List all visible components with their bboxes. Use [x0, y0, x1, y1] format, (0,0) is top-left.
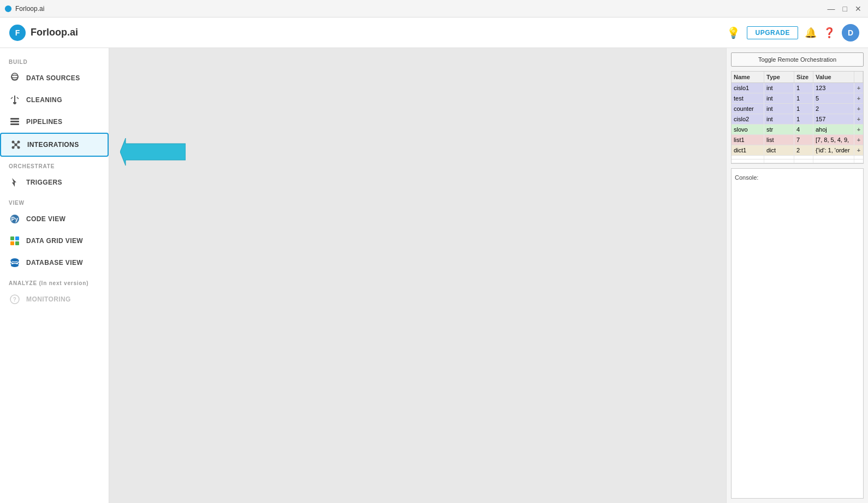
- sidebar-item-integrations[interactable]: INTEGRATIONS: [0, 133, 109, 157]
- cleaning-icon: [9, 94, 21, 106]
- cell-type: int: [764, 104, 794, 114]
- window-controls: — □ ✕: [825, 4, 864, 13]
- svg-line-16: [13, 142, 16, 145]
- table-row: counter int 1 2 +: [732, 104, 863, 114]
- add-row-button[interactable]: +: [854, 114, 863, 124]
- cell-name: counter: [732, 104, 764, 114]
- arrow-svg: [120, 135, 186, 168]
- code-view-label: CODE VIEW: [26, 215, 66, 223]
- cell-name: list1: [732, 135, 764, 145]
- console-content: [735, 184, 860, 228]
- analyze-section-label: ANALYZE (In next version): [0, 274, 109, 288]
- add-row-button[interactable]: +: [854, 104, 863, 114]
- app-icon-small: [4, 5, 12, 13]
- upgrade-button[interactable]: UPGRADE: [747, 26, 798, 39]
- integrations-label: INTEGRATIONS: [27, 141, 79, 149]
- sidebar-item-data-grid-view[interactable]: DATA GRID VIEW: [0, 230, 109, 252]
- sidebar-item-pipelines[interactable]: PIPELINES: [0, 111, 109, 133]
- svg-rect-25: [15, 241, 19, 245]
- toggle-remote-button[interactable]: Toggle Remote Orchestration: [731, 52, 864, 67]
- close-button[interactable]: ✕: [853, 4, 864, 13]
- sidebar-item-code-view[interactable]: Py CODE VIEW: [0, 208, 109, 230]
- data-sources-label: DATA SOURCES: [26, 74, 80, 82]
- cell-value: 2: [813, 104, 854, 114]
- logo: F Forloop.ai: [9, 24, 78, 42]
- table-row: cislo1 int 1 123 +: [732, 83, 863, 93]
- add-row-button[interactable]: +: [854, 145, 863, 155]
- add-row-button[interactable]: [854, 156, 863, 159]
- cell-value: ahoj: [813, 125, 854, 134]
- sidebar-item-database-view[interactable]: DATABASE VIEW: [0, 252, 109, 274]
- data-grid-icon: [9, 235, 21, 247]
- database-view-label: DATABASE VIEW: [26, 259, 83, 267]
- svg-marker-31: [120, 138, 186, 165]
- svg-text:Py: Py: [11, 216, 18, 222]
- cell-value: 123: [813, 83, 854, 93]
- table-header: Name Type Size Value: [732, 72, 863, 83]
- table-row: list1 list 7 [7, 8, 5, 4, 9, +: [732, 135, 863, 145]
- cleaning-label: CLEANING: [26, 96, 62, 104]
- right-panel: Toggle Remote Orchestration Name Type Si…: [726, 48, 868, 503]
- avatar[interactable]: D: [842, 24, 859, 42]
- sidebar-item-monitoring[interactable]: ? MONITORING: [0, 288, 109, 310]
- header: F Forloop.ai 💡 UPGRADE 🔔 ❓ D: [0, 17, 868, 48]
- svg-rect-9: [10, 121, 19, 122]
- cell-value: [813, 159, 854, 163]
- monitoring-icon: ?: [9, 293, 21, 305]
- svg-rect-23: [15, 236, 19, 240]
- svg-line-17: [16, 142, 19, 145]
- svg-line-18: [13, 145, 16, 147]
- cell-type: int: [764, 83, 794, 93]
- svg-point-3: [11, 73, 18, 80]
- cell-name: cislo1: [732, 83, 764, 93]
- add-row-button[interactable]: +: [854, 125, 863, 134]
- table-row: cislo2 int 1 157 +: [732, 114, 863, 125]
- add-row-button[interactable]: [854, 159, 863, 163]
- orchestrate-section-label: ORCHESTRATE: [0, 157, 109, 171]
- sidebar-item-data-sources[interactable]: DATA SOURCES: [0, 67, 109, 89]
- logo-text: Forloop.ai: [31, 27, 78, 38]
- app-title: Forloop.ai: [15, 5, 44, 13]
- sidebar-item-triggers[interactable]: TRIGGERS: [0, 171, 109, 193]
- svg-point-4: [11, 75, 18, 78]
- cell-size: [794, 159, 813, 163]
- data-sources-icon: [9, 72, 21, 84]
- help-icon[interactable]: ❓: [823, 27, 835, 39]
- cell-name: [732, 159, 764, 163]
- cell-size: 4: [794, 125, 813, 134]
- pipelines-label: PIPELINES: [26, 118, 62, 126]
- add-row-button[interactable]: +: [854, 135, 863, 145]
- cell-name: [732, 156, 764, 159]
- col-value: Value: [813, 72, 854, 82]
- variables-table: Name Type Size Value cislo1 int 1 123 + …: [731, 71, 864, 164]
- table-row: slovo str 4 ahoj +: [732, 125, 863, 135]
- cell-value: 5: [813, 93, 854, 103]
- integrations-icon: [10, 139, 22, 151]
- col-size: Size: [794, 72, 813, 82]
- cell-type: int: [764, 114, 794, 124]
- monitoring-label: MONITORING: [26, 295, 71, 303]
- cell-size: 1: [794, 114, 813, 124]
- content-area: [109, 48, 726, 503]
- sidebar-item-cleaning[interactable]: CLEANING: [0, 89, 109, 111]
- cell-value: {'id': 1, 'order: [813, 145, 854, 155]
- svg-text:F: F: [15, 28, 20, 37]
- table-row: dict1 dict 2 {'id': 1, 'order +: [732, 145, 863, 156]
- cell-name: test: [732, 93, 764, 103]
- svg-text:?: ?: [13, 297, 17, 303]
- database-view-icon: [9, 257, 21, 269]
- add-row-button[interactable]: +: [854, 83, 863, 93]
- console-label: Console:: [735, 174, 758, 181]
- triggers-icon: [9, 176, 21, 188]
- add-row-button[interactable]: +: [854, 93, 863, 103]
- bell-icon[interactable]: 🔔: [805, 27, 817, 39]
- col-name: Name: [732, 72, 764, 82]
- cell-size: 2: [794, 145, 813, 155]
- maximize-button[interactable]: □: [841, 4, 849, 13]
- minimize-button[interactable]: —: [825, 4, 837, 13]
- view-section-label: VIEW: [0, 193, 109, 208]
- cell-type: int: [764, 93, 794, 103]
- cell-type: [764, 156, 794, 159]
- cell-size: 1: [794, 93, 813, 103]
- table-body: cislo1 int 1 123 + test int 1 5 + counte…: [732, 83, 863, 163]
